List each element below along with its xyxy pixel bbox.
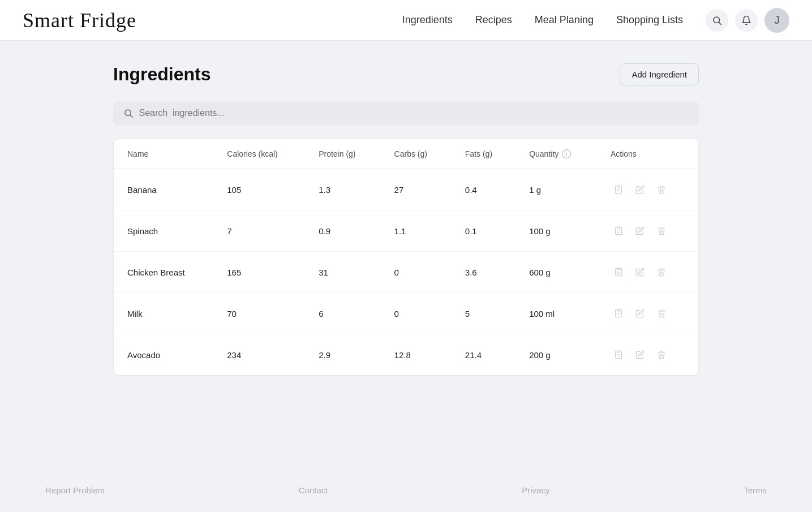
nav-meal-planing[interactable]: Meal Planing [535, 14, 594, 26]
cell-actions [597, 252, 698, 293]
cell-name: Spinach [114, 210, 213, 252]
nav-recipes[interactable]: Recipes [475, 14, 512, 26]
svg-rect-7 [617, 227, 620, 229]
table-row: Milk70605100 ml [114, 293, 698, 334]
app-logo: Smart Fridge [23, 8, 136, 32]
ingredients-table-container: Name Calories (kcal) Protein (g) Carbs (… [113, 139, 699, 376]
delete-icon[interactable] [654, 182, 669, 197]
cell-carbs: 1.1 [381, 210, 452, 252]
ingredients-table: Name Calories (kcal) Protein (g) Carbs (… [114, 139, 698, 375]
nav-ingredients[interactable]: Ingredients [402, 14, 453, 26]
clipboard-icon[interactable] [611, 306, 626, 321]
footer-privacy[interactable]: Privacy [522, 485, 549, 495]
delete-icon[interactable] [654, 347, 669, 363]
cell-fats: 5 [452, 293, 515, 334]
bell-icon [741, 15, 751, 25]
cell-fats: 21.4 [452, 334, 515, 376]
cell-protein: 0.9 [305, 210, 380, 252]
cell-actions [597, 210, 698, 252]
cell-calories: 70 [213, 293, 305, 334]
cell-actions [597, 169, 698, 210]
search-icon [712, 15, 722, 25]
cell-fats: 0.4 [452, 169, 515, 210]
table-row: Chicken Breast1653103.6600 g [114, 252, 698, 293]
delete-icon[interactable] [654, 264, 669, 280]
col-header-calories: Calories (kcal) [213, 139, 305, 169]
cell-actions [597, 334, 698, 376]
search-icon-bar [123, 108, 134, 118]
col-header-protein: Protein (g) [305, 139, 380, 169]
cell-protein: 1.3 [305, 169, 380, 210]
table-row: Avocado2342.912.821.4200 g [114, 334, 698, 376]
page-header: Ingredients Add Ingredient [113, 63, 699, 85]
svg-point-2 [125, 110, 131, 115]
header-icons: J [706, 8, 789, 33]
svg-line-3 [130, 115, 132, 118]
svg-point-0 [714, 17, 720, 23]
cell-quantity: 600 g [515, 252, 597, 293]
col-header-quantity: Quantity i [515, 139, 597, 169]
cell-carbs: 27 [381, 169, 452, 210]
table-row: Banana1051.3270.41 g [114, 169, 698, 210]
cell-name: Chicken Breast [114, 252, 213, 293]
cell-calories: 105 [213, 169, 305, 210]
clipboard-icon[interactable] [611, 264, 626, 280]
quantity-info-icon[interactable]: i [562, 149, 571, 158]
cell-actions [597, 293, 698, 334]
search-bar [113, 101, 699, 125]
col-header-name: Name [114, 139, 213, 169]
cell-quantity: 200 g [515, 334, 597, 376]
col-header-actions: Actions [597, 139, 698, 169]
search-input[interactable] [139, 108, 689, 118]
user-avatar[interactable]: J [764, 8, 789, 33]
page-title: Ingredients [113, 64, 210, 85]
edit-icon[interactable] [632, 264, 648, 280]
clipboard-icon[interactable] [611, 347, 626, 363]
table-row: Spinach70.91.10.1100 g [114, 210, 698, 252]
col-header-carbs: Carbs (g) [381, 139, 452, 169]
svg-rect-13 [617, 309, 620, 311]
main-nav: Ingredients Recipes Meal Planing Shoppin… [402, 14, 683, 26]
cell-quantity: 100 g [515, 210, 597, 252]
clipboard-icon[interactable] [611, 223, 626, 239]
cell-name: Avocado [114, 334, 213, 376]
cell-fats: 3.6 [452, 252, 515, 293]
add-ingredient-button[interactable]: Add Ingredient [620, 63, 699, 85]
clipboard-icon[interactable] [611, 182, 626, 197]
cell-name: Milk [114, 293, 213, 334]
svg-rect-4 [617, 186, 620, 187]
cell-fats: 0.1 [452, 210, 515, 252]
edit-icon[interactable] [632, 347, 648, 363]
delete-icon[interactable] [654, 223, 669, 239]
cell-protein: 2.9 [305, 334, 380, 376]
cell-calories: 7 [213, 210, 305, 252]
cell-protein: 31 [305, 252, 380, 293]
footer-terms[interactable]: Terms [744, 485, 767, 495]
edit-icon[interactable] [632, 223, 648, 239]
footer-report-problem[interactable]: Report Problem [45, 485, 105, 495]
cell-quantity: 100 ml [515, 293, 597, 334]
svg-rect-10 [617, 268, 620, 270]
edit-icon[interactable] [632, 182, 648, 197]
table-header-row: Name Calories (kcal) Protein (g) Carbs (… [114, 139, 698, 169]
page-footer: Report Problem Contact Privacy Terms [0, 468, 812, 512]
cell-name: Banana [114, 169, 213, 210]
cell-carbs: 0 [381, 252, 452, 293]
cell-carbs: 0 [381, 293, 452, 334]
col-header-fats: Fats (g) [452, 139, 515, 169]
cell-calories: 234 [213, 334, 305, 376]
cell-carbs: 12.8 [381, 334, 452, 376]
search-button[interactable] [706, 9, 728, 32]
cell-protein: 6 [305, 293, 380, 334]
cell-calories: 165 [213, 252, 305, 293]
delete-icon[interactable] [654, 306, 669, 321]
nav-shopping-lists[interactable]: Shopping Lists [616, 14, 683, 26]
notifications-button[interactable] [735, 9, 758, 32]
cell-quantity: 1 g [515, 169, 597, 210]
svg-line-1 [719, 22, 721, 24]
footer-contact[interactable]: Contact [299, 485, 328, 495]
svg-rect-16 [617, 351, 620, 352]
edit-icon[interactable] [632, 306, 648, 321]
